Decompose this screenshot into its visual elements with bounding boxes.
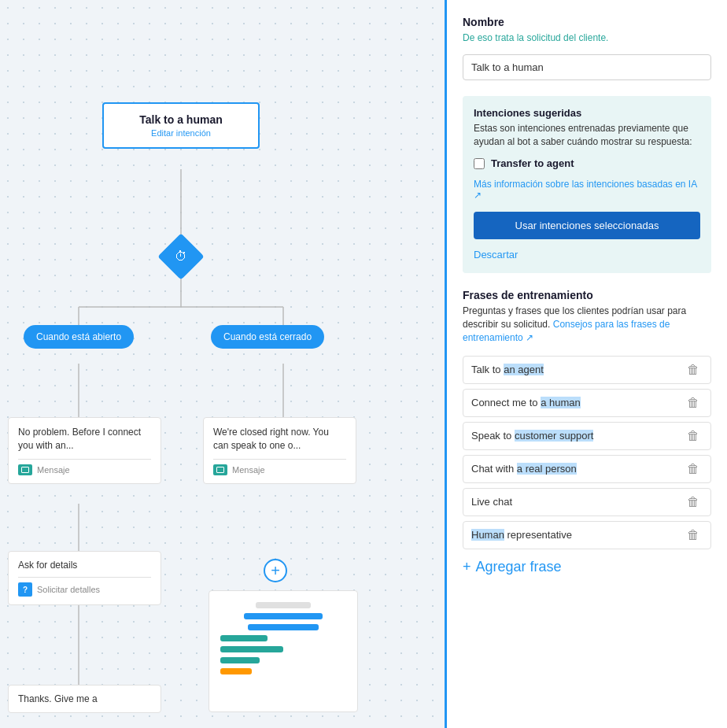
ask-footer: Solicitar detalles [37,585,100,594]
add-label: Agregar frase [476,559,562,575]
nombre-title: Nombre [463,16,711,28]
training-title: Frases de entrenamiento [463,289,711,301]
ask-details-card: Ask for details ? Solicitar detalles [8,551,161,605]
phrases-list: Talk to an agent🗑Connect me to a human🗑S… [463,356,711,549]
phrase-text: Human representative [471,529,684,541]
message-card-right: We're closed right now. You can speak to… [203,417,356,484]
card-right-footer: Mensaje [232,465,265,475]
tpl-line-3 [248,624,319,630]
card-left-footer: Mensaje [37,465,70,475]
phrase-row: Speak to customer support🗑 [463,422,711,450]
message-card-left: No problem. Before I connect you with an… [8,417,161,484]
message-icon-left [18,464,32,475]
delete-phrase-button[interactable]: 🗑 [684,528,703,542]
clock-icon: ⏱ [168,243,194,270]
suggested-section: Intenciones sugeridas Estas son intencio… [463,96,711,274]
delete-phrase-button[interactable]: 🗑 [684,396,703,410]
branch-left-button[interactable]: Cuando está abierto [24,325,134,349]
phrase-row: Talk to an agent🗑 [463,356,711,384]
phrase-text: Chat with a real person [471,463,684,475]
message-icon-right [213,464,227,475]
right-panel: Nombre De eso trata la solicitud del cli… [445,0,727,728]
nombre-input[interactable] [463,54,711,80]
transfer-label: Transfer to agent [491,157,574,169]
template-card [209,590,358,712]
phrase-text: Talk to an agent [471,364,684,375]
add-node-button[interactable]: + [264,559,287,582]
nombre-desc: De eso trata la solicitud del cliente. [463,31,711,45]
nombre-section: Nombre De eso trata la solicitud del cli… [463,16,711,96]
delete-phrase-button[interactable]: 🗑 [684,462,703,476]
delete-phrase-button[interactable]: 🗑 [684,495,703,509]
phrase-text: Connect me to a human [471,397,684,408]
suggested-desc: Estas son intenciones entrenadas previam… [474,122,700,149]
discard-button[interactable]: Descartar [474,247,518,262]
add-icon: + [463,559,471,575]
phrase-row: Chat with a real person🗑 [463,455,711,483]
phrase-row: Human representative🗑 [463,521,711,549]
delete-phrase-button[interactable]: 🗑 [684,363,703,377]
ask-title: Ask for details [18,560,151,571]
suggested-title: Intenciones sugeridas [474,107,700,119]
question-icon: ? [18,582,32,597]
top-node[interactable]: Talk to a human Editar intención [102,102,260,149]
branch-right-button[interactable]: Cuando está cerrado [211,325,324,349]
tpl-line-4 [220,635,268,641]
node-title: Talk to a human [116,113,245,126]
tpl-line-2 [244,613,323,619]
transfer-checkbox[interactable] [474,158,485,169]
card-left-text: No problem. Before I connect you with an… [18,426,151,453]
add-phrase-button[interactable]: + Agregar frase [463,556,562,578]
tpl-line-6 [220,657,260,663]
info-link[interactable]: Más información sobre las intenciones ba… [474,179,700,201]
phrase-text: Live chat [471,496,684,508]
use-intents-button[interactable]: Usar intenciones seleccionadas [474,212,700,239]
tpl-line-7 [220,668,252,674]
node-subtitle[interactable]: Editar intención [116,128,245,138]
delete-phrase-button[interactable]: 🗑 [684,429,703,443]
checkbox-row: Transfer to agent [474,157,700,169]
training-section: Frases de entrenamiento Preguntas y fras… [463,289,711,578]
flow-canvas: Talk to a human Editar intención ⏱ Cuand… [0,0,445,728]
thanks-text: Thanks. Give me a [18,693,151,704]
phrase-row: Connect me to a human🗑 [463,389,711,417]
phrase-row: Live chat🗑 [463,488,711,516]
tpl-line-5 [220,646,283,652]
card-right-text: We're closed right now. You can speak to… [213,426,346,453]
thanks-card: Thanks. Give me a [8,685,161,713]
tpl-line-1 [256,602,311,608]
phrase-text: Speak to customer support [471,430,684,442]
